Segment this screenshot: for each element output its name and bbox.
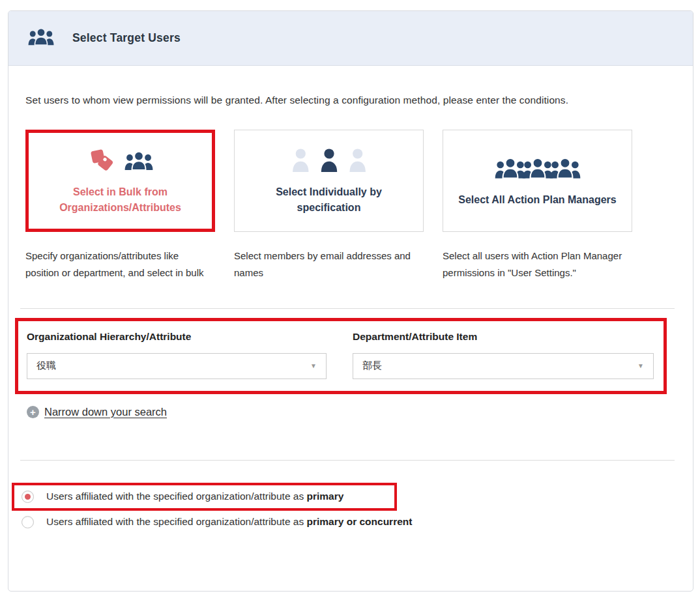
radio-button-icon[interactable] [22, 516, 34, 528]
affiliation-radio-group: Users affiliated with the specified orga… [12, 483, 662, 528]
divider [20, 308, 675, 309]
narrow-search-link[interactable]: Narrow down your search [44, 406, 167, 418]
intro-text: Set users to whom view permissions will … [25, 94, 676, 106]
method-descriptions: Specify organizations/attributes like po… [25, 248, 676, 282]
method-title: Select Individually by specification [235, 184, 423, 214]
select-target-users-panel: Select Target Users Set users to whom vi… [8, 10, 693, 592]
plus-circle-icon: + [27, 406, 39, 418]
method-description: Specify organizations/attributes like po… [25, 248, 215, 282]
three-users-icon [291, 147, 368, 175]
narrow-search-row: + Narrow down your search [27, 406, 676, 418]
tags-and-users-icon [88, 147, 153, 175]
department-attribute-select[interactable]: 部長 ▼ [353, 353, 654, 379]
method-cards: Select in Bulk from Organizations/Attrib… [25, 130, 676, 232]
panel-header: Select Target Users [8, 11, 693, 66]
method-title: Select in Bulk from Organizations/Attrib… [29, 184, 212, 214]
field-organizational-hierarchy: Organizational Hierarchy/Attribute 役職 ▼ [27, 331, 327, 379]
radio-primary[interactable]: Users affiliated with the specified orga… [22, 491, 343, 503]
method-card-all-managers[interactable]: Select All Action Plan Managers [443, 130, 632, 232]
divider [20, 460, 675, 461]
field-label: Department/Attribute Item [353, 331, 654, 343]
method-description: Select members by email addresses and na… [234, 248, 424, 282]
radio-label: Users affiliated with the specified orga… [46, 516, 412, 528]
organizational-hierarchy-select[interactable]: 役職 ▼ [27, 353, 327, 379]
selected-radio-highlight: Users affiliated with the specified orga… [12, 483, 397, 511]
page-title: Select Target Users [72, 31, 181, 45]
field-label: Organizational Hierarchy/Attribute [27, 331, 327, 343]
users-group-icon [28, 27, 54, 50]
method-description: Select all users with Action Plan Manage… [443, 248, 632, 282]
radio-primary-or-concurrent[interactable]: Users affiliated with the specified orga… [12, 516, 662, 528]
method-card-individual[interactable]: Select Individually by specification [234, 130, 424, 232]
chevron-down-icon: ▼ [637, 362, 644, 369]
method-card-bulk-organizations[interactable]: Select in Bulk from Organizations/Attrib… [25, 130, 215, 232]
field-department-attribute: Department/Attribute Item 部長 ▼ [353, 331, 654, 379]
select-value: 部長 [362, 360, 382, 372]
radio-button-icon[interactable] [22, 491, 34, 503]
method-title: Select All Action Plan Managers [445, 192, 629, 207]
radio-label: Users affiliated with the specified orga… [46, 491, 343, 502]
users-crowd-icon [495, 154, 581, 183]
select-value: 役職 [36, 360, 56, 372]
organization-attribute-form: Organizational Hierarchy/Attribute 役職 ▼ … [15, 318, 667, 394]
chevron-down-icon: ▼ [310, 362, 317, 369]
